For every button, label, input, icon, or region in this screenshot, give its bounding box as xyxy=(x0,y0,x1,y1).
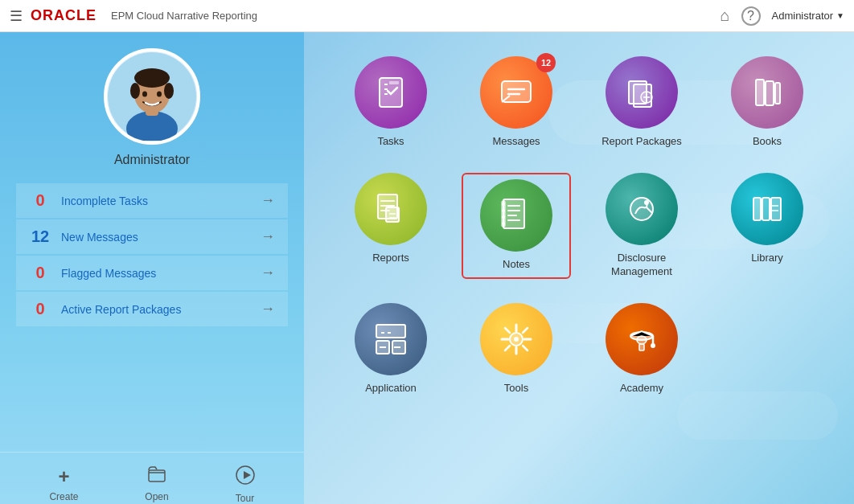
svg-point-8 xyxy=(157,92,162,97)
app-icon-application[interactable]: Application xyxy=(336,303,445,395)
tour-button[interactable]: Tour xyxy=(236,465,255,504)
user-name: Administrator xyxy=(114,153,190,167)
svg-point-25 xyxy=(502,203,505,206)
academy-circle xyxy=(606,303,678,375)
svg-point-38 xyxy=(514,337,519,342)
notes-label: Notes xyxy=(503,258,530,272)
app-header: ☰ ORACLE EPM Cloud Narrative Reporting ⌂… xyxy=(0,0,854,32)
oracle-logo: ORACLE xyxy=(31,7,96,24)
incomplete-tasks-label: Incomplete Tasks xyxy=(61,195,261,207)
reports-label: Reports xyxy=(372,252,409,265)
disclosure-icon xyxy=(624,191,659,227)
svg-point-4 xyxy=(134,68,170,88)
report-packages-circle xyxy=(606,56,678,129)
svg-marker-11 xyxy=(244,471,251,479)
tasks-icon xyxy=(373,75,409,110)
incomplete-tasks-count: 0 xyxy=(29,191,51,210)
messages-circle: 12 xyxy=(480,56,552,129)
notes-circle xyxy=(480,179,552,252)
app-icon-disclosure-management[interactable]: Disclosure Management xyxy=(587,173,696,279)
svg-rect-33 xyxy=(771,198,781,220)
app-icon-messages[interactable]: 12 Messages xyxy=(462,56,571,149)
svg-rect-18 xyxy=(756,80,764,105)
svg-rect-34 xyxy=(376,325,405,338)
svg-rect-41 xyxy=(639,344,644,350)
svg-point-30 xyxy=(644,200,649,205)
admin-label: Administrator xyxy=(772,10,834,22)
admin-menu[interactable]: Administrator ▼ xyxy=(772,10,844,22)
svg-point-7 xyxy=(142,92,147,97)
books-circle xyxy=(731,56,803,129)
flagged-messages-count: 0 xyxy=(29,264,51,282)
create-label: Create xyxy=(49,491,78,502)
library-circle xyxy=(731,173,803,245)
app-icon-notes[interactable]: Notes xyxy=(462,173,571,279)
application-icon xyxy=(373,322,409,357)
academy-icon xyxy=(624,322,659,357)
books-label: Books xyxy=(753,135,782,149)
arrow-icon: → xyxy=(261,301,275,318)
app-icon-report-packages[interactable]: Report Packages xyxy=(587,56,696,149)
app-icon-academy[interactable]: Academy xyxy=(587,303,696,395)
tools-label: Tools xyxy=(504,382,528,395)
app-icon-tasks[interactable]: Tasks xyxy=(336,56,445,149)
flagged-messages-label: Flagged Messages xyxy=(61,267,261,280)
app-icon-tools[interactable]: Tools xyxy=(462,303,571,395)
home-icon[interactable]: ⌂ xyxy=(720,6,729,25)
tools-circle xyxy=(480,303,552,375)
svg-point-5 xyxy=(130,83,140,99)
library-label: Library xyxy=(751,252,783,265)
svg-point-28 xyxy=(502,222,505,225)
svg-point-29 xyxy=(630,198,653,220)
svg-point-27 xyxy=(502,215,505,219)
reports-icon xyxy=(373,191,409,227)
svg-point-26 xyxy=(502,209,505,212)
disclosure-circle xyxy=(606,173,678,245)
play-icon xyxy=(236,465,255,490)
header-left: ☰ ORACLE EPM Cloud Narrative Reporting xyxy=(10,7,720,25)
app-icon-books[interactable]: Books xyxy=(712,56,822,149)
stats-container: 0 Incomplete Tasks → 12 New Messages → 0… xyxy=(0,183,304,328)
academy-label: Academy xyxy=(620,382,663,395)
svg-point-42 xyxy=(651,343,655,348)
stat-row-active-report-packages[interactable]: 0 Active Report Packages → xyxy=(16,292,288,326)
bottom-toolbar: + Create Open xyxy=(0,452,304,504)
header-right: ⌂ ? Administrator ▼ xyxy=(720,6,844,26)
app-icon-library[interactable]: Library xyxy=(712,173,822,279)
svg-rect-20 xyxy=(775,83,780,104)
avatar-image xyxy=(108,52,196,141)
open-icon xyxy=(147,465,166,488)
open-button[interactable]: Open xyxy=(145,465,168,504)
stat-row-incomplete-tasks[interactable]: 0 Incomplete Tasks → xyxy=(16,183,288,218)
svg-point-6 xyxy=(164,83,174,99)
left-panel: Administrator 0 Incomplete Tasks → 12 Ne… xyxy=(0,32,304,504)
notes-icon xyxy=(497,196,536,235)
messages-label: Messages xyxy=(492,135,540,149)
messages-icon xyxy=(499,75,534,110)
svg-rect-40 xyxy=(637,336,647,344)
stat-row-new-messages[interactable]: 12 New Messages → xyxy=(16,219,288,254)
chevron-down-icon: ▼ xyxy=(836,11,844,20)
svg-rect-23 xyxy=(503,199,524,228)
tasks-label: Tasks xyxy=(377,135,404,149)
help-icon[interactable]: ? xyxy=(741,6,761,26)
open-label: Open xyxy=(145,491,168,502)
arrow-icon: → xyxy=(261,192,275,209)
new-messages-count: 12 xyxy=(29,227,51,246)
svg-rect-32 xyxy=(762,198,770,220)
disclosure-label: Disclosure Management xyxy=(587,252,696,279)
library-icon xyxy=(749,191,785,227)
active-packages-label: Active Report Packages xyxy=(61,303,261,316)
stat-row-flagged-messages[interactable]: 0 Flagged Messages → xyxy=(16,256,288,290)
tasks-circle xyxy=(355,56,427,129)
app-icon-reports[interactable]: Reports xyxy=(336,173,445,279)
menu-icon[interactable]: ☰ xyxy=(10,7,23,25)
books-icon xyxy=(749,75,785,110)
svg-rect-19 xyxy=(766,81,774,105)
create-button[interactable]: + Create xyxy=(49,465,78,504)
svg-rect-31 xyxy=(753,198,761,220)
messages-badge: 12 xyxy=(536,53,556,72)
application-label: Application xyxy=(365,382,417,395)
svg-rect-22 xyxy=(386,207,399,222)
avatar xyxy=(104,48,200,145)
